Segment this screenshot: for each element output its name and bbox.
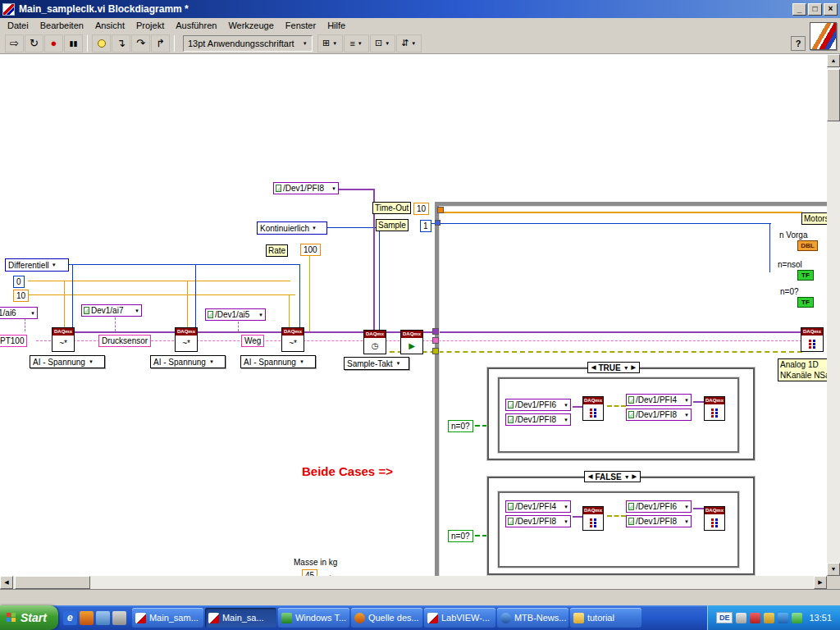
pause-button[interactable]: ▮▮ — [64, 34, 83, 52]
ai-spannung-selector-3[interactable]: AI - Spannung▼ — [240, 355, 316, 368]
reorder-objects-button[interactable]: ⇵▼ — [396, 34, 422, 52]
n0-boolean-false-case[interactable]: n=0? — [448, 530, 473, 542]
min-constant[interactable]: 0 — [13, 276, 25, 288]
false-pfi4-combo[interactable]: /Dev1/PFI4▼ — [505, 500, 571, 513]
menu-ansicht[interactable]: Ansicht — [89, 19, 130, 32]
horizontal-scrollbar[interactable]: ◀ ▶ — [0, 576, 827, 589]
abort-button[interactable]: ● — [44, 34, 63, 52]
n0-boolean-true-case[interactable]: n=0? — [448, 420, 473, 432]
block-diagram-canvas[interactable]: /Dev1/PFI8▼ Time-Out 10 Sample 1 Kontinu… — [0, 54, 827, 576]
step-out-button[interactable]: ↱ — [151, 34, 170, 52]
true-pfi8-combo[interactable]: /Dev1/PFI8▼ — [505, 413, 571, 426]
highlight-execution-button[interactable] — [92, 34, 111, 52]
ai6-channel-combo[interactable]: v1/ai6▼ — [0, 307, 38, 319]
case-prev-icon[interactable]: ◀ — [591, 364, 596, 371]
taskbar-button-windows-t[interactable]: Windows T... — [278, 608, 349, 628]
true-pfi8b-combo[interactable]: /Dev1/PFI8▼ — [626, 409, 692, 421]
vertical-scroll-thumb[interactable] — [827, 69, 840, 121]
context-help-button[interactable]: ? — [791, 36, 806, 51]
case-selector-true[interactable]: ◀TRUE▼▶ — [587, 362, 640, 373]
case-next-icon[interactable]: ▶ — [632, 364, 636, 371]
font-selector[interactable]: 13pt Anwendungsschriftart ▼ — [183, 35, 313, 52]
ai-spannung-selector-2[interactable]: AI - Spannung▼ — [150, 355, 226, 368]
scroll-up-button[interactable]: ▲ — [827, 54, 840, 67]
run-button[interactable]: ⇨ — [5, 34, 24, 52]
step-into-button[interactable]: ↴ — [112, 34, 130, 52]
horizontal-scroll-thumb[interactable] — [15, 576, 90, 589]
daqmx-sample-clock-node[interactable]: DAQmx◷ — [363, 330, 386, 354]
tray-icon-security[interactable] — [750, 613, 760, 623]
tray-icon-volume[interactable] — [792, 613, 802, 623]
menu-hilfe[interactable]: Hilfe — [322, 19, 351, 32]
scroll-right-button[interactable]: ▶ — [814, 576, 827, 589]
show-desktop-icon[interactable] — [96, 611, 110, 625]
vi-icon-pane[interactable] — [810, 22, 837, 50]
false-pfi8-combo[interactable]: /Dev1/PFI8▼ — [505, 515, 571, 527]
dbl-terminal[interactable]: DBL — [797, 240, 818, 251]
ai5-channel-combo[interactable]: /Dev1/ai5▼ — [205, 308, 266, 321]
minimize-button[interactable]: _ — [792, 3, 806, 16]
loop-tunnel-orange — [437, 207, 444, 213]
start-button[interactable]: Start — [0, 605, 58, 630]
masse-constant[interactable]: 45 — [302, 569, 317, 576]
tf-terminal-1[interactable]: TF — [797, 270, 814, 281]
menu-fenster[interactable]: Fenster — [280, 19, 322, 32]
menu-ausfuehren[interactable]: Ausführen — [170, 19, 222, 32]
daqmx-read-node[interactable]: DAQmx — [801, 327, 824, 352]
daqmx-create-channel-node-1[interactable]: DAQmx~* — [52, 327, 75, 352]
menu-projekt[interactable]: Projekt — [130, 19, 170, 32]
scroll-down-button[interactable]: ▼ — [827, 563, 840, 576]
taskbar-button-tutorial[interactable]: tutorial — [570, 608, 641, 628]
true-pfi6-combo[interactable]: /Dev1/PFI6▼ — [505, 399, 571, 411]
distribute-objects-button[interactable]: ≡▼ — [344, 34, 369, 52]
kontinuierlich-enum[interactable]: Kontinuierlich▼ — [257, 221, 327, 235]
taskbar-button-main-sa-active[interactable]: Main_sa... — [205, 608, 276, 628]
false-pfi8b-combo[interactable]: /Dev1/PFI8▼ — [626, 515, 692, 527]
max-constant[interactable]: 10 — [13, 290, 29, 302]
daqmx-start-task-node[interactable]: DAQmx▶ — [400, 330, 423, 354]
ai-spannung-selector-1[interactable]: AI - Spannung▼ — [30, 355, 105, 368]
sample-takt-selector[interactable]: Sample-Takt▼ — [344, 357, 409, 370]
resize-objects-button[interactable]: ⊡▼ — [370, 34, 395, 52]
false-pfi6-combo[interactable]: /Dev1/PFI6▼ — [626, 500, 692, 513]
menu-bearbeiten[interactable]: Bearbeiten — [34, 19, 89, 32]
maximize-button[interactable]: □ — [808, 3, 822, 16]
timeout-constant[interactable]: 10 — [413, 203, 429, 215]
true-pfi4-combo[interactable]: /Dev1/PFI4▼ — [626, 394, 692, 406]
taskbar-button-labview[interactable]: LabVIEW-... — [424, 608, 495, 628]
ie-icon[interactable]: e — [63, 611, 77, 625]
daqmx-write-node-false-2[interactable]: DAQmx — [704, 506, 725, 531]
media-player-icon[interactable] — [112, 611, 126, 625]
differentiell-enum[interactable]: Differentiell▼ — [5, 258, 69, 272]
rate-constant[interactable]: 100 — [300, 244, 321, 256]
taskbar-button-main-sam[interactable]: Main_sam... — [132, 608, 203, 628]
language-indicator[interactable]: DE — [716, 612, 733, 623]
daqmx-create-channel-node-2[interactable]: DAQmx~* — [175, 327, 198, 352]
tray-icon-monitor[interactable] — [736, 613, 746, 623]
step-over-button[interactable]: ↷ — [131, 34, 150, 52]
daqmx-write-node-false-1[interactable]: DAQmx — [582, 506, 604, 531]
taskbar-button-mtb-news[interactable]: MTB-News... — [497, 608, 568, 628]
pfi8-channel-combo[interactable]: /Dev1/PFI8▼ — [273, 182, 339, 194]
ai7-channel-combo[interactable]: Dev1/ai7▼ — [81, 304, 142, 317]
firefox-icon[interactable] — [80, 611, 94, 625]
taskbar-button-quelle-des[interactable]: Quelle des... — [351, 608, 422, 628]
daqmx-write-node-true-1[interactable]: DAQmx — [582, 396, 604, 421]
vertical-scrollbar[interactable]: ▲ ▼ — [827, 54, 840, 576]
case-selector-false[interactable]: ◀FALSE▼▶ — [584, 471, 641, 482]
close-button[interactable]: × — [824, 3, 838, 16]
menu-werkzeuge[interactable]: Werkzeuge — [222, 19, 279, 32]
tf-terminal-2[interactable]: TF — [797, 297, 814, 308]
sample-constant[interactable]: 1 — [420, 220, 431, 232]
menu-datei[interactable]: Datei — [2, 19, 34, 32]
align-objects-button[interactable]: ⊞▼ — [317, 34, 343, 52]
tray-icon-update[interactable] — [764, 613, 774, 623]
case-next-icon[interactable]: ▶ — [632, 473, 637, 480]
case-prev-icon[interactable]: ◀ — [588, 473, 592, 480]
task-label: Quelle des... — [368, 613, 419, 623]
daqmx-create-channel-node-3[interactable]: DAQmx~* — [281, 327, 304, 352]
run-continuous-button[interactable]: ↻ — [25, 34, 43, 52]
scroll-left-button[interactable]: ◀ — [0, 576, 13, 589]
daqmx-write-node-true-2[interactable]: DAQmx — [704, 396, 725, 421]
tray-icon-network[interactable] — [778, 613, 788, 623]
